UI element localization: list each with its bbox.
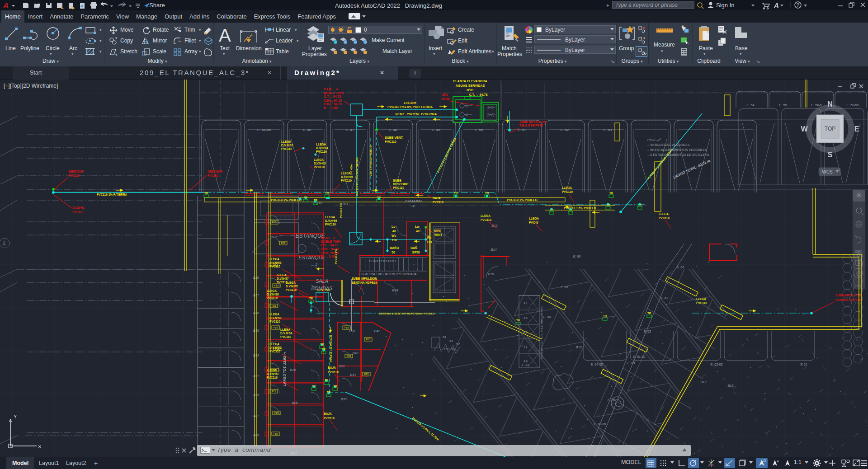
svg-text:LLEGA: LLEGA bbox=[325, 216, 335, 219]
svg-text:SUBE VENT.: SUBE VENT. bbox=[385, 136, 403, 139]
svg-text:D.V.Nº53: D.V.Nº53 bbox=[269, 316, 282, 319]
svg-text:PVC110: PVC110 bbox=[269, 265, 280, 268]
svg-text:F15: F15 bbox=[274, 326, 278, 329]
svg-text:LLEGA: LLEGA bbox=[529, 217, 539, 220]
svg-text:TR: TR bbox=[322, 348, 326, 351]
svg-text:F15: F15 bbox=[272, 221, 276, 224]
svg-text:LLEGA: LLEGA bbox=[269, 342, 279, 346]
svg-text:B16: B16 bbox=[576, 345, 582, 349]
svg-text:– 44 BODEGAS VENDIBLES: – 44 BODEGAS VENDIBLES bbox=[647, 143, 690, 147]
svg-text:LLEGA: LLEGA bbox=[277, 273, 287, 277]
svg-text:D.V.Nº04: D.V.Nº04 bbox=[316, 146, 328, 150]
svg-text:PVC110: PVC110 bbox=[481, 218, 491, 221]
svg-text:C.T. : 94.78: C.T. : 94.78 bbox=[469, 93, 487, 97]
svg-text:B33: B33 bbox=[253, 353, 259, 357]
svg-text:TR: TR bbox=[204, 192, 208, 194]
svg-text:B14: B14 bbox=[491, 248, 497, 252]
svg-text:PVC110: PVC110 bbox=[325, 223, 336, 226]
svg-text:ByLayer: ByLayer bbox=[565, 37, 585, 43]
svg-text:E. 49: E. 49 bbox=[432, 128, 440, 132]
svg-text:D.V.Nº55: D.V.Nº55 bbox=[286, 285, 298, 288]
svg-text:D.V.Nº57: D.V.Nº57 bbox=[277, 277, 289, 280]
svg-text:PVC110: PVC110 bbox=[393, 186, 404, 189]
svg-text:F15: F15 bbox=[272, 390, 276, 393]
svg-text:E. 51: E. 51 bbox=[518, 128, 526, 132]
svg-text:F15: F15 bbox=[281, 242, 285, 244]
svg-text:BAÑ: BAÑ bbox=[410, 246, 417, 249]
svg-text:PVC110 1% P/CIELO: PVC110 1% P/CIELO bbox=[329, 335, 332, 362]
svg-text:PVC110: PVC110 bbox=[659, 216, 670, 220]
svg-text:B12: B12 bbox=[701, 380, 707, 384]
svg-text:D.V.Nº01: D.V.Nº01 bbox=[72, 206, 85, 209]
svg-text:2: 2 bbox=[315, 263, 318, 267]
svg-text:F15: F15 bbox=[274, 412, 278, 414]
svg-text:F15: F15 bbox=[344, 326, 349, 329]
svg-text:SENTINA & SENTINA HDPE 63mm P/: SENTINA & SENTINA HDPE 63mm P/CIELO bbox=[379, 312, 435, 315]
svg-text:PVC110: PVC110 bbox=[280, 335, 291, 338]
svg-text:PVC110 1% P/TIERRA: PVC110 1% P/TIERRA bbox=[97, 193, 127, 196]
svg-text:ESCALERA EVACUACION PRESURIZAD: ESCALERA EVACUACION PRESURIZADA bbox=[359, 272, 417, 276]
svg-text:D.V.Nº02: D.V.Nº02 bbox=[281, 144, 293, 147]
svg-text:ByLayer: ByLayer bbox=[545, 27, 565, 33]
svg-text:E. 58-59: E. 58-59 bbox=[846, 103, 859, 107]
svg-text:DESCOMP.: DESCOMP. bbox=[208, 170, 223, 173]
svg-text:47: 47 bbox=[524, 345, 528, 349]
svg-text:DESCOMP.: DESCOMP. bbox=[393, 183, 409, 186]
svg-text:F15: F15 bbox=[274, 432, 278, 435]
svg-text:B12: B12 bbox=[492, 224, 498, 228]
svg-text:AGUAS SERVIDAS: AGUAS SERVIDAS bbox=[456, 84, 485, 88]
svg-text:TR: TR bbox=[304, 196, 308, 199]
svg-text:PVC110 1%: PVC110 1% bbox=[334, 249, 337, 264]
svg-text:44: 44 bbox=[524, 301, 528, 305]
svg-text:TR: TR bbox=[569, 208, 573, 211]
svg-text:LLEGA: LLEGA bbox=[562, 186, 572, 189]
svg-text:F15: F15 bbox=[364, 373, 368, 375]
svg-text:TR: TR bbox=[606, 203, 610, 206]
svg-text:TR: TR bbox=[485, 192, 489, 194]
svg-text:D.V.Nº05: D.V.Nº05 bbox=[341, 175, 353, 178]
svg-text:TOP: TOP bbox=[825, 126, 835, 132]
svg-text:PVC110: PVC110 bbox=[314, 165, 325, 169]
svg-text:TR: TR bbox=[327, 391, 331, 394]
svg-text:TR: TR bbox=[638, 203, 642, 206]
svg-text:TR: TR bbox=[309, 297, 313, 300]
svg-text:PVC110: PVC110 bbox=[286, 288, 297, 291]
svg-text:TR: TR bbox=[312, 385, 316, 387]
svg-text:TR: TR bbox=[320, 342, 324, 345]
svg-text:– 6 ESTACIONAMIENTOS DE BICICL: – 6 ESTACIONAMIENTOS DE BICICLETA bbox=[647, 153, 709, 157]
svg-text:E. 46: E. 46 bbox=[303, 128, 311, 132]
svg-text:C.I.Nº: 3: C.I.Nº: 3 bbox=[321, 236, 335, 239]
svg-text:E. 66: E. 66 bbox=[677, 266, 684, 269]
svg-text:SUBE: SUBE bbox=[393, 179, 401, 182]
svg-text:E. 96: E. 96 bbox=[573, 255, 580, 258]
svg-text:VENT. PVC110 P/TIERRA: VENT. PVC110 P/TIERRA bbox=[395, 112, 437, 116]
svg-text:PVC110: PVC110 bbox=[269, 320, 280, 323]
svg-text:PISO –2°: PISO –2° bbox=[647, 138, 661, 142]
svg-text:C.T. : 94.78: C.T. : 94.78 bbox=[324, 95, 341, 98]
svg-text:PLANTA ELEVADORA: PLANTA ELEVADORA bbox=[453, 80, 487, 83]
svg-text:CAMARIN: CAMARIN bbox=[405, 199, 422, 203]
svg-text:11 10 9 8 7 6 5 4 3 2 1: 11 10 9 8 7 6 5 4 3 2 1 bbox=[369, 260, 396, 263]
svg-text:VENT: VENT bbox=[434, 233, 443, 236]
svg-text:PVC110: PVC110 bbox=[328, 371, 339, 374]
svg-text:LLEGA: LLEGA bbox=[316, 143, 326, 146]
svg-text:LLEGA: LLEGA bbox=[269, 258, 279, 261]
svg-text:E. 48: E. 48 bbox=[389, 128, 397, 132]
svg-text:B38: B38 bbox=[253, 276, 259, 280]
svg-text:C.Rs.: 94.13: C.Rs.: 94.13 bbox=[324, 103, 342, 106]
svg-text:W: W bbox=[801, 125, 808, 133]
svg-text:SALA: SALA bbox=[316, 278, 328, 284]
svg-text:D.V.Nº58: D.V.Nº58 bbox=[269, 261, 282, 264]
svg-text:DOBLE TAPA: DOBLE TAPA bbox=[324, 91, 344, 94]
svg-text:H : 0.40: H : 0.40 bbox=[321, 255, 335, 258]
svg-text:VENT. PVC110 P/CIELO: VENT. PVC110 P/CIELO bbox=[369, 145, 372, 177]
svg-text:E. 52: E. 52 bbox=[561, 128, 569, 132]
svg-text:E./68: E./68 bbox=[644, 330, 651, 333]
svg-text:TR: TR bbox=[647, 312, 651, 314]
svg-text:Wc: Wc bbox=[392, 234, 396, 237]
svg-text:BAJA: BAJA bbox=[328, 366, 336, 369]
svg-text:A: A bbox=[219, 25, 231, 45]
svg-text:A: A bbox=[774, 1, 779, 9]
svg-text:E. 54: E. 54 bbox=[747, 103, 755, 107]
svg-text:Lo: Lo bbox=[415, 225, 419, 228]
